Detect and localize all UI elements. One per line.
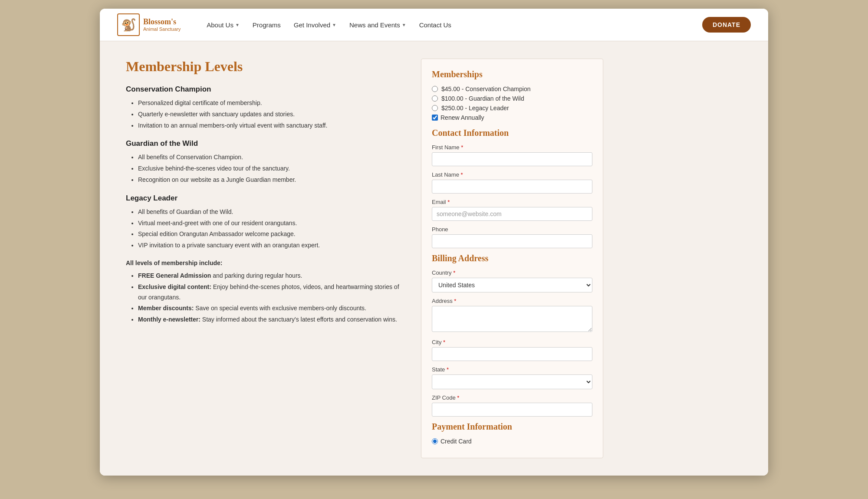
required-marker: * [456, 394, 460, 401]
left-column: Membership Levels Conservation Champion … [126, 59, 404, 458]
renew-annually-row: Renew Annually [432, 114, 592, 121]
required-marker: * [452, 269, 456, 276]
dropdown-arrow-icon: ▼ [402, 23, 406, 27]
contact-section-title: Contact Information [432, 128, 592, 138]
renew-annually-label: Renew Annually [441, 114, 484, 121]
guardian-list: All benefits of Conservation Champion. E… [126, 152, 404, 185]
payment-section-title: Payment Information [432, 422, 592, 432]
conservation-title: Conservation Champion [126, 85, 404, 94]
all-levels-list: FREE General Admission and parking durin… [126, 271, 404, 325]
required-marker: * [460, 144, 464, 151]
list-item: Quarterly e-newsletter with sanctuary up… [138, 109, 404, 120]
membership-radio-250[interactable] [432, 105, 438, 111]
bold-term: FREE General Admission [138, 272, 211, 279]
zip-input[interactable] [432, 403, 592, 417]
list-item: Member discounts: Save on special events… [138, 303, 404, 314]
all-levels-title: All levels of membership include: [126, 259, 404, 266]
list-item: Invitation to an annual members-only vir… [138, 121, 404, 131]
email-label: Email * [432, 199, 592, 205]
nav-programs[interactable]: Programs [253, 21, 281, 29]
navbar: 🐒 Blossom's Animal Sanctuary About Us ▼ … [100, 9, 768, 41]
payment-credit-card-row: Credit Card [432, 438, 592, 445]
payment-credit-card-label: Credit Card [441, 438, 472, 445]
last-name-input[interactable] [432, 180, 592, 194]
logo-icon: 🐒 [117, 13, 140, 36]
nav-news-events[interactable]: News and Events ▼ [349, 21, 406, 29]
list-item: All benefits of Conservation Champion. [138, 152, 404, 163]
phone-input[interactable] [432, 234, 592, 248]
required-marker: * [453, 298, 457, 304]
membership-option-45-label: $45.00 - Conservation Champion [441, 85, 530, 92]
membership-option-250-label: $250.00 - Legacy Leader [441, 105, 509, 112]
membership-option-250: $250.00 - Legacy Leader [432, 105, 592, 112]
donate-button[interactable]: DONATE [702, 17, 751, 33]
phone-label: Phone [432, 226, 592, 233]
membership-option-100: $100.00 - Guardian of the Wild [432, 95, 592, 102]
state-label: State * [432, 366, 592, 373]
required-marker: * [445, 366, 449, 373]
list-item: Personalized digital certificate of memb… [138, 98, 404, 108]
legacy-title: Legacy Leader [126, 194, 404, 203]
last-name-label: Last Name * [432, 171, 592, 178]
conservation-list: Personalized digital certificate of memb… [126, 98, 404, 131]
right-column: Memberships $45.00 - Conservation Champi… [421, 59, 603, 458]
list-item: VIP invitation to a private sanctuary ev… [138, 240, 404, 251]
logo-text: Blossom's Animal Sanctuary [143, 18, 181, 32]
list-item: Virtual meet-and-greet with one of our r… [138, 218, 404, 229]
address-input[interactable] [432, 306, 592, 332]
first-name-label: First Name * [432, 144, 592, 151]
logo-subtitle: Animal Sanctuary [143, 26, 181, 32]
guardian-title: Guardian of the Wild [126, 139, 404, 148]
membership-radio-100[interactable] [432, 95, 438, 102]
country-label: Country * [432, 269, 592, 276]
main-content: Membership Levels Conservation Champion … [100, 41, 768, 476]
zip-label: ZIP Code * [432, 394, 592, 401]
dropdown-arrow-icon: ▼ [332, 23, 336, 27]
state-select[interactable]: Alabama Alaska Arizona California Colora… [432, 374, 592, 389]
logo[interactable]: 🐒 Blossom's Animal Sanctuary [117, 13, 181, 36]
membership-option-100-label: $100.00 - Guardian of the Wild [441, 95, 524, 102]
nav-get-involved[interactable]: Get Involved ▼ [294, 21, 336, 29]
bold-term: Monthly e-newsletter: [138, 316, 201, 323]
list-item: Special edition Orangutan Ambassador wel… [138, 229, 404, 240]
payment-radio-credit-card[interactable] [432, 438, 438, 444]
legacy-list: All benefits of Guardian of the Wild. Vi… [126, 207, 404, 251]
first-name-input[interactable] [432, 152, 592, 166]
list-item: All benefits of Guardian of the Wild. [138, 207, 404, 217]
nav-links: About Us ▼ Programs Get Involved ▼ News … [207, 21, 702, 29]
bold-term: Member discounts: [138, 305, 194, 312]
logo-name: Blossom's [143, 18, 181, 26]
country-select[interactable]: United States Canada United Kingdom Aust… [432, 278, 592, 292]
email-input[interactable] [432, 207, 592, 221]
required-marker: * [441, 339, 445, 345]
page-title: Membership Levels [126, 59, 404, 75]
browser-frame: 🐒 Blossom's Animal Sanctuary About Us ▼ … [100, 9, 768, 476]
required-marker: * [446, 199, 450, 205]
memberships-section-title: Memberships [432, 69, 592, 79]
city-label: City * [432, 339, 592, 345]
list-item: Recognition on our website as a Jungle G… [138, 175, 404, 185]
list-item: Exclusive behind-the-scenes video tour o… [138, 164, 404, 174]
address-label: Address * [432, 298, 592, 304]
membership-option-45: $45.00 - Conservation Champion [432, 85, 592, 92]
city-input[interactable] [432, 347, 592, 361]
bold-term: Exclusive digital content: [138, 283, 211, 290]
membership-radio-45[interactable] [432, 86, 438, 92]
membership-form-card: Memberships $45.00 - Conservation Champi… [421, 59, 603, 458]
list-item: Exclusive digital content: Enjoy behind-… [138, 282, 404, 303]
dropdown-arrow-icon: ▼ [235, 23, 240, 27]
nav-about-us[interactable]: About Us ▼ [207, 21, 240, 29]
list-item: Monthly e-newsletter: Stay informed abou… [138, 315, 404, 325]
billing-section-title: Billing Address [432, 253, 592, 263]
required-marker: * [459, 171, 463, 178]
nav-contact-us[interactable]: Contact Us [419, 21, 451, 29]
list-item: FREE General Admission and parking durin… [138, 271, 404, 281]
renew-annually-checkbox[interactable] [432, 115, 438, 121]
